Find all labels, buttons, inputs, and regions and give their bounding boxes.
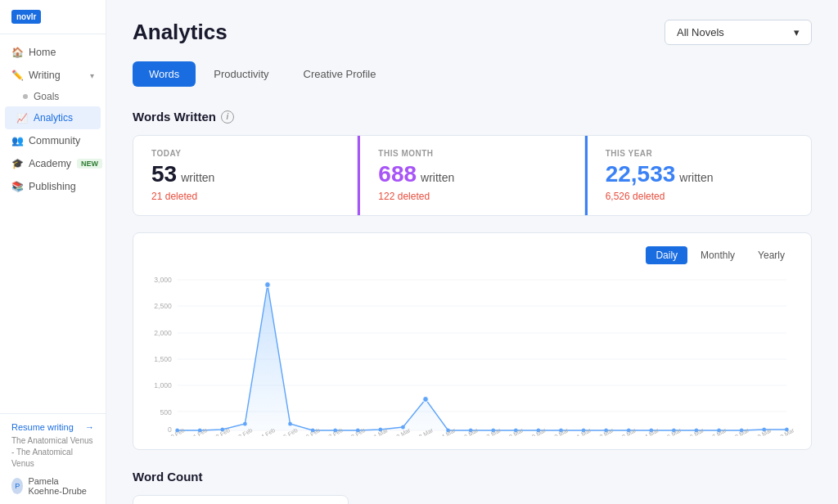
chart-container: Daily Monthly Yearly 3,000 2,500 2,000 1… (133, 232, 812, 450)
svg-text:10 Mar: 10 Mar (550, 426, 570, 436)
tab-words[interactable]: Words (133, 61, 196, 87)
sidebar-item-academy-label: Academy (29, 158, 71, 169)
svg-text:1,500: 1,500 (154, 355, 172, 363)
stats-cards: TODAY 53 written 21 deleted THIS MONTH 6… (133, 135, 812, 216)
sidebar-item-academy[interactable]: 🎓 Academy NEW (0, 152, 106, 175)
home-icon: 🏠 (11, 47, 23, 58)
logo-area: novlr (0, 0, 106, 34)
svg-point-18 (243, 422, 247, 426)
stat-value-today: 53 written (151, 161, 339, 187)
word-count-card: 448K total words +0.13% compared to last… (133, 495, 349, 504)
sidebar-item-home-label: Home (29, 47, 56, 58)
word-count-section: Word Count 448K total words +0.13% compa… (133, 470, 812, 504)
svg-text:19 Mar: 19 Mar (754, 426, 773, 436)
page-title: Analytics (133, 20, 228, 45)
svg-text:1,000: 1,000 (154, 381, 172, 389)
svg-point-20 (288, 422, 292, 426)
publishing-icon: 📚 (11, 181, 23, 192)
novel-select-label: All Novels (677, 26, 724, 38)
chart-btn-yearly[interactable]: Yearly (748, 246, 795, 264)
svg-text:13 Mar: 13 Mar (618, 426, 638, 436)
tab-creative-profile[interactable]: Creative Profile (287, 61, 393, 87)
svg-text:18 Mar: 18 Mar (731, 426, 750, 436)
stat-label-today: TODAY (151, 149, 339, 158)
sidebar-item-goals-label: Goals (34, 91, 59, 102)
sidebar-item-writing[interactable]: ✏️ Writing ▾ (0, 64, 106, 87)
svg-text:500: 500 (160, 408, 172, 416)
sidebar-nav: 🏠 Home ✏️ Writing ▾ Goals 📈 Analytics 👥 … (0, 34, 106, 413)
svg-text:15 Mar: 15 Mar (663, 426, 683, 436)
sidebar-item-goals[interactable]: Goals (0, 87, 106, 106)
svg-text:2,000: 2,000 (154, 329, 172, 337)
svg-text:28 Feb: 28 Feb (347, 426, 367, 436)
stat-value-year: 22,533 written (606, 161, 793, 187)
novel-select-dropdown[interactable]: All Novels ▾ (665, 20, 812, 45)
svg-text:12 Mar: 12 Mar (596, 426, 615, 436)
svg-text:07 Mar: 07 Mar (483, 426, 502, 436)
user-avatar: P (11, 478, 23, 494)
svg-text:14 Mar: 14 Mar (641, 426, 660, 436)
novel-select-chevron: ▾ (794, 26, 800, 38)
stat-deleted-month: 122 deleted (378, 191, 565, 202)
stat-word-month: written (421, 171, 454, 184)
academy-icon: 🎓 (11, 158, 23, 169)
analytics-tabs: Words Productivity Creative Profile (133, 61, 812, 87)
stat-number-today: 53 (151, 161, 177, 187)
svg-text:11 Mar: 11 Mar (573, 426, 592, 436)
chart-btn-monthly[interactable]: Monthly (691, 246, 745, 264)
info-icon: i (221, 110, 234, 124)
svg-text:09 Mar: 09 Mar (528, 426, 547, 436)
sidebar-item-publishing-label: Publishing (29, 181, 76, 192)
stat-number-month: 688 (378, 161, 417, 187)
current-novel-title: The Anatomical Venus - The Anatomical Ve… (11, 435, 94, 470)
analytics-chart-icon: 📈 (16, 113, 28, 124)
svg-text:27 Feb: 27 Feb (325, 426, 345, 436)
sidebar: novlr 🏠 Home ✏️ Writing ▾ Goals 📈 Analyt… (0, 0, 106, 504)
svg-text:06 Mar: 06 Mar (460, 426, 480, 436)
user-name: Pamela Koehne-Drube (28, 476, 94, 496)
svg-text:2,500: 2,500 (154, 302, 172, 310)
sidebar-item-analytics[interactable]: 📈 Analytics (5, 106, 101, 129)
tab-productivity[interactable]: Productivity (197, 61, 285, 87)
svg-text:3,000: 3,000 (154, 276, 172, 284)
stat-word-year: written (679, 171, 713, 184)
stat-label-month: THIS MONTH (378, 149, 565, 158)
svg-text:17 Mar: 17 Mar (708, 426, 728, 436)
word-count-heading: Word Count (133, 470, 812, 484)
stat-number-year: 22,533 (606, 161, 676, 187)
sidebar-item-analytics-label: Analytics (34, 112, 73, 124)
main-content: Analytics All Novels ▾ Words Productivit… (106, 0, 838, 504)
stat-word-today: written (181, 171, 214, 184)
stat-card-month: THIS MONTH 688 written 122 deleted (358, 136, 584, 215)
svg-text:20 Mar: 20 Mar (776, 426, 795, 436)
svg-point-19 (265, 282, 271, 288)
sidebar-item-community-label: Community (29, 135, 80, 146)
resume-writing-link[interactable]: Resume writing → (11, 422, 94, 432)
sidebar-item-writing-label: Writing (29, 70, 61, 81)
svg-point-26 (423, 397, 429, 403)
sidebar-bottom: Resume writing → The Anatomical Venus - … (0, 413, 106, 504)
svg-text:21 Feb: 21 Feb (189, 426, 209, 436)
chart-svg: 3,000 2,500 2,000 1,500 1,000 500 0 (150, 272, 795, 436)
app-logo: novlr (11, 10, 41, 24)
chart-area: 3,000 2,500 2,000 1,500 1,000 500 0 (150, 272, 795, 436)
svg-marker-14 (178, 285, 787, 430)
stat-label-year: THIS YEAR (606, 149, 793, 158)
svg-text:08 Mar: 08 Mar (505, 426, 525, 436)
stat-deleted-year: 6,526 deleted (606, 191, 793, 202)
goals-dot-icon (23, 94, 28, 99)
community-icon: 👥 (11, 135, 23, 146)
svg-text:16 Mar: 16 Mar (686, 426, 705, 436)
page-header: Analytics All Novels ▾ (133, 20, 812, 45)
sidebar-item-community[interactable]: 👥 Community (0, 129, 106, 152)
stat-card-year: THIS YEAR 22,533 written 6,526 deleted (585, 136, 811, 215)
stat-value-month: 688 written (378, 161, 565, 187)
sidebar-item-home[interactable]: 🏠 Home (0, 41, 106, 64)
svg-text:22 Feb: 22 Feb (212, 426, 232, 436)
sidebar-item-publishing[interactable]: 📚 Publishing (0, 175, 106, 198)
writing-icon: ✏️ (11, 70, 23, 81)
chevron-icon: ▾ (90, 71, 94, 80)
chart-btn-daily[interactable]: Daily (646, 246, 687, 264)
user-row: P Pamela Koehne-Drube (11, 476, 94, 496)
chart-controls: Daily Monthly Yearly (150, 246, 795, 264)
